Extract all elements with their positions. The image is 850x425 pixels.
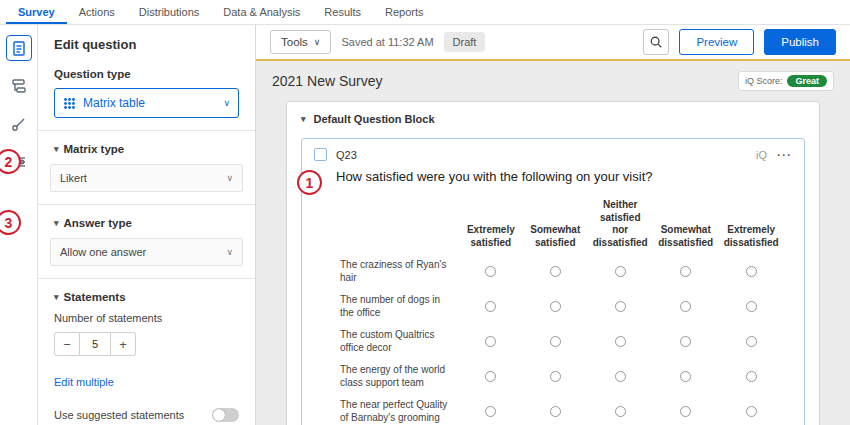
- publish-button[interactable]: Publish: [764, 29, 836, 55]
- radio-button[interactable]: [485, 301, 496, 312]
- row-label[interactable]: The custom Qualtrics office decor: [336, 324, 459, 359]
- radio-button[interactable]: [550, 406, 561, 417]
- question-type-label: Question type: [54, 68, 239, 80]
- column-header[interactable]: Somewhat satisfied: [523, 194, 587, 254]
- matrix-table-icon: [63, 97, 76, 110]
- survey-title-row: 2021 New Survey iQ Score: Great: [256, 61, 850, 101]
- matrix-corner-cell: [336, 194, 459, 254]
- radio-button[interactable]: [746, 371, 757, 382]
- radio-button[interactable]: [746, 301, 757, 312]
- column-header[interactable]: Neither satisfied nor dissatisfied: [587, 194, 653, 254]
- tab-data-analysis[interactable]: Data & Analysis: [211, 0, 312, 24]
- radio-button[interactable]: [615, 266, 626, 277]
- top-nav: Survey Actions Distributions Data & Anal…: [0, 0, 850, 25]
- decrement-button[interactable]: −: [54, 332, 80, 356]
- matrix-type-select[interactable]: Likert ∨: [50, 164, 243, 192]
- row-label[interactable]: The number of dogs in the office: [336, 289, 459, 324]
- caret-down-icon: ▾: [301, 114, 306, 124]
- iq-score-badge[interactable]: iQ Score: Great: [738, 71, 834, 91]
- edit-question-panel: Edit question Question type Matrix table…: [38, 25, 256, 425]
- answer-type-section-header[interactable]: ▾ Answer type: [54, 217, 239, 229]
- radio-button[interactable]: [746, 336, 757, 347]
- tab-actions[interactable]: Actions: [67, 0, 127, 24]
- question-card[interactable]: Q23 iQ ⋯ How satisfied were you with the…: [301, 138, 805, 425]
- question-block: ▾ Default Question Block Q23 iQ ⋯ How sa…: [286, 101, 820, 425]
- row-label[interactable]: The craziness of Ryan's hair: [336, 254, 459, 289]
- matrix-type-label: Matrix type: [64, 143, 125, 155]
- question-checkbox[interactable]: [314, 148, 327, 161]
- matrix-table: Extremely satisfied Somewhat satisfied N…: [336, 194, 784, 425]
- matrix-header-row: Extremely satisfied Somewhat satisfied N…: [336, 194, 784, 254]
- tools-label: Tools: [281, 36, 308, 48]
- increment-button[interactable]: +: [110, 332, 136, 356]
- matrix-type-section-header[interactable]: ▾ Matrix type: [54, 143, 239, 155]
- tab-results[interactable]: Results: [312, 0, 373, 24]
- survey-builder-icon[interactable]: [6, 35, 32, 61]
- tab-survey[interactable]: Survey: [6, 0, 67, 24]
- column-header[interactable]: Extremely satisfied: [459, 194, 523, 254]
- main-content: Tools ∨ Saved at 11:32 AM Draft Preview …: [256, 25, 850, 425]
- search-icon: [649, 35, 663, 49]
- statements-label: Statements: [64, 291, 126, 303]
- caret-down-icon: ▾: [54, 144, 59, 154]
- autosave-status: Saved at 11:32 AM: [341, 36, 433, 48]
- radio-button[interactable]: [550, 371, 561, 382]
- row-label[interactable]: The near perfect Quality of Barnaby's gr…: [336, 394, 459, 425]
- radio-button[interactable]: [550, 266, 561, 277]
- radio-button[interactable]: [615, 371, 626, 382]
- radio-button[interactable]: [485, 266, 496, 277]
- radio-button[interactable]: [680, 406, 691, 417]
- radio-button[interactable]: [550, 301, 561, 312]
- editor-toolbar: Tools ∨ Saved at 11:32 AM Draft Preview …: [256, 25, 850, 61]
- radio-button[interactable]: [680, 371, 691, 382]
- column-header[interactable]: Extremely dissatisfied: [718, 194, 784, 254]
- draft-badge: Draft: [444, 32, 486, 52]
- radio-button[interactable]: [746, 406, 757, 417]
- radio-button[interactable]: [615, 406, 626, 417]
- tab-reports[interactable]: Reports: [373, 0, 436, 24]
- look-and-feel-icon[interactable]: [6, 111, 32, 137]
- caret-down-icon: ▾: [54, 218, 59, 228]
- statements-stepper: − +: [54, 332, 239, 356]
- divider: [38, 130, 255, 131]
- chevron-down-icon: ∨: [226, 173, 233, 183]
- overflow-menu-icon[interactable]: ⋯: [776, 150, 792, 160]
- question-id: Q23: [336, 149, 357, 161]
- tab-distributions[interactable]: Distributions: [127, 0, 212, 24]
- radio-button[interactable]: [680, 266, 691, 277]
- divider: [38, 204, 255, 205]
- row-label[interactable]: The energy of the world class support te…: [336, 359, 459, 394]
- search-button[interactable]: [643, 29, 669, 55]
- iq-button[interactable]: iQ: [756, 149, 767, 161]
- survey-flow-icon[interactable]: [6, 73, 32, 99]
- caret-down-icon: ▾: [54, 292, 59, 302]
- radio-button[interactable]: [485, 336, 496, 347]
- answer-type-select[interactable]: Allow one answer ∨: [50, 238, 243, 266]
- panel-title: Edit question: [54, 37, 239, 52]
- radio-button[interactable]: [485, 406, 496, 417]
- edit-multiple-link[interactable]: Edit multiple: [54, 376, 114, 388]
- survey-title: 2021 New Survey: [272, 73, 383, 89]
- column-header[interactable]: Somewhat dissatisfied: [653, 194, 718, 254]
- matrix-row: The number of dogs in the office: [336, 289, 784, 324]
- question-type-select[interactable]: Matrix table ∨: [54, 88, 239, 118]
- radio-button[interactable]: [615, 301, 626, 312]
- block-header[interactable]: ▾ Default Question Block: [287, 102, 819, 136]
- suggested-statements-toggle[interactable]: [212, 408, 239, 422]
- radio-button[interactable]: [550, 336, 561, 347]
- radio-button[interactable]: [485, 371, 496, 382]
- radio-button[interactable]: [680, 301, 691, 312]
- radio-button[interactable]: [615, 336, 626, 347]
- matrix-row: The near perfect Quality of Barnaby's gr…: [336, 394, 784, 425]
- preview-button[interactable]: Preview: [679, 29, 754, 55]
- iq-score-value: Great: [787, 75, 827, 87]
- matrix-type-value: Likert: [60, 172, 226, 184]
- question-text[interactable]: How satisfied were you with the followin…: [336, 169, 792, 184]
- annotation-circle-1: 1: [297, 170, 322, 195]
- radio-button[interactable]: [680, 336, 691, 347]
- block-title: Default Question Block: [314, 113, 435, 125]
- radio-button[interactable]: [746, 266, 757, 277]
- tools-menu-button[interactable]: Tools ∨: [270, 30, 331, 54]
- statements-section-header[interactable]: ▾ Statements: [54, 291, 239, 303]
- statements-count-input[interactable]: [80, 332, 110, 356]
